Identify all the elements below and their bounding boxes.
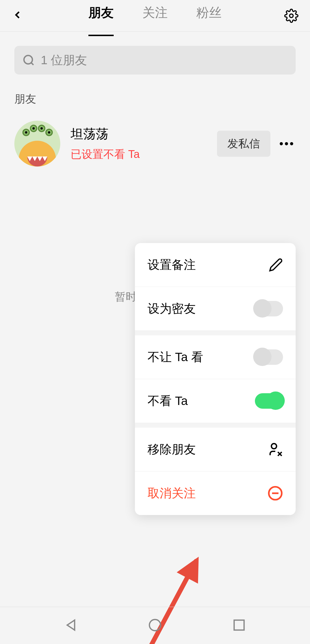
svg-point-3 xyxy=(272,444,277,449)
popup-label: 不看 Ta xyxy=(148,393,188,409)
section-label: 朋友 xyxy=(14,92,296,106)
popup-label: 取消关注 xyxy=(148,485,196,501)
avatar[interactable] xyxy=(14,121,60,167)
svg-point-9 xyxy=(149,619,160,631)
popup-remove-friend[interactable]: 移除朋友 xyxy=(135,423,296,471)
svg-marker-8 xyxy=(67,620,75,630)
minus-circle-icon xyxy=(268,486,283,501)
more-button[interactable]: ••• xyxy=(278,137,296,150)
svg-point-1 xyxy=(24,56,32,64)
square-recent-icon xyxy=(232,618,247,633)
popup-set-note[interactable]: 设置备注 xyxy=(135,243,296,287)
toggle-dont-view[interactable] xyxy=(255,393,283,409)
svg-line-2 xyxy=(31,63,34,65)
svg-point-0 xyxy=(290,14,293,17)
settings-button[interactable] xyxy=(281,9,299,23)
popup-label: 设置备注 xyxy=(148,257,196,273)
nav-back[interactable] xyxy=(63,618,78,634)
friend-name: 坦荡荡 xyxy=(71,126,217,142)
friend-item[interactable]: 坦荡荡 已设置不看 Ta 发私信 ••• xyxy=(0,106,310,167)
toggle-block-viewing[interactable] xyxy=(255,349,283,365)
header: 朋友 关注 粉丝 xyxy=(0,0,310,32)
popup-dont-view[interactable]: 不看 Ta xyxy=(135,379,296,423)
remove-user-icon xyxy=(268,442,283,457)
triangle-back-icon xyxy=(63,618,78,633)
popup-label: 不让 Ta 看 xyxy=(148,349,203,365)
pencil-icon xyxy=(269,258,283,272)
send-message-button[interactable]: 发私信 xyxy=(217,131,270,157)
tab-following[interactable]: 关注 xyxy=(142,4,168,27)
search-icon xyxy=(22,54,35,66)
search-input[interactable] xyxy=(41,53,288,67)
friend-info: 坦荡荡 已设置不看 Ta xyxy=(71,126,217,162)
back-button[interactable] xyxy=(11,7,29,24)
search-container[interactable] xyxy=(14,46,296,75)
tab-friends[interactable]: 朋友 xyxy=(88,4,114,27)
popup-label: 移除朋友 xyxy=(148,441,196,457)
tabs: 朋友 关注 粉丝 xyxy=(29,4,281,27)
nav-recent[interactable] xyxy=(232,618,247,634)
popup-close-friend[interactable]: 设为密友 xyxy=(135,287,296,331)
partial-text: 暂时 xyxy=(115,289,137,304)
toggle-close-friend[interactable] xyxy=(255,301,283,316)
gear-icon xyxy=(284,9,299,23)
nav-home[interactable] xyxy=(148,618,162,634)
tab-fans[interactable]: 粉丝 xyxy=(196,4,222,27)
circle-home-icon xyxy=(148,618,162,633)
popup-menu: 设置备注 设为密友 不让 Ta 看 不看 Ta 移除朋友 取消关注 xyxy=(135,243,296,515)
popup-label: 设为密友 xyxy=(148,301,196,317)
popup-unfollow[interactable]: 取消关注 xyxy=(135,471,296,515)
nav-bar xyxy=(0,607,310,644)
friend-status: 已设置不看 Ta xyxy=(71,147,217,162)
svg-rect-10 xyxy=(234,620,244,630)
popup-block-viewing[interactable]: 不让 Ta 看 xyxy=(135,331,296,379)
